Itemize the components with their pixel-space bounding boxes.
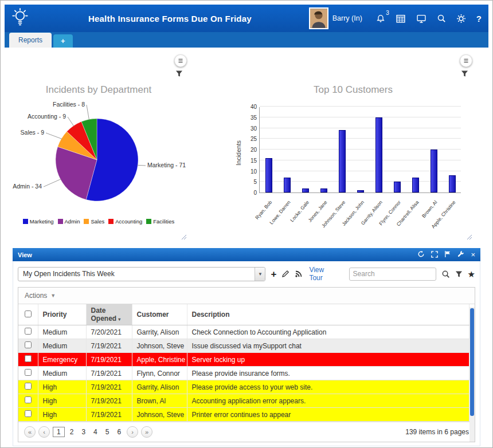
row-checkbox[interactable]: [25, 369, 32, 376]
column-header-customer[interactable]: Customer: [132, 304, 187, 325]
edit-pencil-icon[interactable]: [281, 270, 289, 278]
row-checkbox[interactable]: [25, 396, 32, 403]
gridline: [260, 138, 461, 139]
flag-icon[interactable]: [444, 250, 451, 260]
view-panel-header: View ×: [13, 248, 480, 261]
gridline: [260, 128, 461, 128]
row-checkbox[interactable]: [25, 341, 32, 348]
incident-row[interactable]: High7/19/2021Brown, AlAccounting applica…: [18, 394, 469, 408]
page-button-2[interactable]: 2: [67, 427, 77, 437]
page-button-5[interactable]: 5: [103, 427, 112, 437]
bar-chart-title: Top 10 Customers: [233, 84, 474, 96]
lightbulb-icon[interactable]: [11, 7, 31, 29]
notification-count-badge: 3: [386, 10, 389, 16]
view-tour-link[interactable]: View Tour: [309, 266, 338, 282]
expand-icon[interactable]: [431, 250, 438, 260]
legend-label: Facilities: [153, 218, 174, 225]
pie-callout-line: [46, 133, 62, 139]
view-select-dropdown[interactable]: My Open Incidents This Week ▼: [18, 267, 265, 281]
row-checkbox[interactable]: [25, 328, 32, 335]
resize-handle-icon[interactable]: [467, 232, 472, 242]
chevron-down-icon: ▼: [50, 293, 56, 298]
incident-row[interactable]: Emergency7/19/2021Apple, ChristineServer…: [18, 353, 469, 367]
legend-swatch: [58, 219, 63, 224]
resize-handle-icon[interactable]: [181, 232, 187, 242]
wrench-icon[interactable]: [457, 250, 464, 260]
incident-row[interactable]: Medium7/20/2021Garrity, AlisonCheck Conn…: [18, 325, 469, 339]
avatar[interactable]: [309, 7, 328, 29]
user-block[interactable]: Barry (In): [309, 7, 362, 29]
page-number-list: 123456: [53, 427, 124, 437]
pie-legend: MarketingAdminSalesAccountingFacilities: [9, 218, 188, 225]
top-header: Health Insurance Forms Due On Friday Bar…: [5, 5, 488, 32]
chart-menu-icon[interactable]: [460, 54, 472, 67]
close-icon[interactable]: ×: [471, 251, 475, 258]
priority-cell: Medium: [38, 367, 86, 380]
bar-plot-area: 0510152025303540Ryan, BobLowe, DarrenLoc…: [259, 107, 461, 193]
pie-label: Facilities - 8: [53, 101, 85, 108]
legend-swatch: [108, 219, 114, 224]
pagination-bar: « ‹ 123456 › » 139 items in 6 pages: [18, 422, 475, 442]
app-window: Health Insurance Forms Due On Friday Bar…: [0, 0, 493, 448]
refresh-icon[interactable]: [417, 250, 425, 260]
customer-cell: Johnson, Steve: [132, 339, 187, 353]
search-icon[interactable]: [437, 14, 446, 23]
actions-label: Actions: [25, 292, 47, 300]
previous-page-button[interactable]: ‹: [38, 426, 50, 438]
bar-Apple, Christine: [449, 175, 456, 192]
vertical-scrollbar[interactable]: [469, 307, 475, 442]
incidents-grid: Actions ▼ PriorityDate Opened▾CustomerDe…: [18, 287, 475, 442]
next-page-button[interactable]: ›: [127, 426, 138, 438]
chart-menu-icon[interactable]: [174, 54, 187, 67]
view-panel: View × My Open In: [13, 248, 480, 446]
incident-row[interactable]: Medium7/19/2021Flynn, ConnorPlease provi…: [18, 367, 469, 380]
row-checkbox[interactable]: [25, 355, 32, 362]
page-button-4[interactable]: 4: [91, 427, 100, 437]
legend-label: Admin: [65, 218, 80, 225]
chevron-down-icon[interactable]: ▼: [255, 268, 265, 281]
add-tab-button[interactable]: +: [53, 34, 73, 48]
incident-row[interactable]: High7/19/2021Garrity, AlisonPlease provi…: [18, 380, 469, 394]
search-magnifier-icon[interactable]: [441, 270, 450, 278]
column-header-description[interactable]: Description: [187, 304, 469, 325]
priority-cell: High: [38, 394, 86, 408]
gear-icon[interactable]: [456, 14, 466, 23]
desktop-monitor-icon[interactable]: [416, 14, 427, 23]
scrollbar-thumb[interactable]: [470, 308, 474, 416]
incident-row[interactable]: High7/19/2021Johnson, StevePrinter error…: [18, 408, 469, 422]
page-button-1[interactable]: 1: [53, 427, 65, 437]
first-page-button[interactable]: «: [24, 426, 36, 438]
calendar-icon[interactable]: [396, 14, 406, 23]
pie-label: Accounting - 9: [28, 113, 66, 120]
incident-row[interactable]: Medium7/19/2021Johnson, SteveIssue discu…: [18, 339, 469, 353]
search-input[interactable]: [349, 268, 436, 281]
column-header-priority[interactable]: Priority: [38, 304, 86, 325]
page-button-3[interactable]: 3: [79, 427, 88, 437]
tab-reports[interactable]: Reports: [9, 33, 52, 48]
select-all-header[interactable]: [18, 304, 38, 325]
customer-cell: Garrity, Alison: [132, 380, 187, 394]
row-checkbox[interactable]: [25, 383, 32, 390]
select-all-checkbox[interactable]: [25, 311, 32, 317]
grid-filter-funnel-icon[interactable]: [455, 270, 463, 278]
column-header-date-opened[interactable]: Date Opened▾: [86, 304, 132, 325]
pie-callout-line: [44, 179, 61, 187]
y-tick-label: 30: [242, 125, 257, 132]
add-button[interactable]: +: [271, 269, 276, 279]
bar-Locke, Gale: [302, 188, 309, 193]
pie-callout-line: [87, 105, 89, 120]
legend-item: Accounting: [108, 218, 142, 225]
help-icon[interactable]: ?: [476, 14, 482, 23]
legend-swatch: [146, 219, 151, 224]
favorite-star-icon[interactable]: ★: [468, 270, 475, 278]
rss-feed-icon[interactable]: [295, 270, 303, 278]
filter-funnel-icon[interactable]: [175, 69, 183, 80]
filter-funnel-icon[interactable]: [461, 69, 468, 80]
row-checkbox[interactable]: [25, 410, 32, 417]
bar-chart: Incidents 0510152025303540Ryan, BobLowe,…: [233, 104, 474, 241]
page-button-6[interactable]: 6: [114, 427, 124, 437]
notifications-bell-icon[interactable]: 3: [376, 14, 385, 23]
actions-menu[interactable]: Actions ▼: [18, 288, 475, 304]
last-page-button[interactable]: »: [141, 426, 152, 438]
priority-cell: High: [38, 380, 86, 394]
